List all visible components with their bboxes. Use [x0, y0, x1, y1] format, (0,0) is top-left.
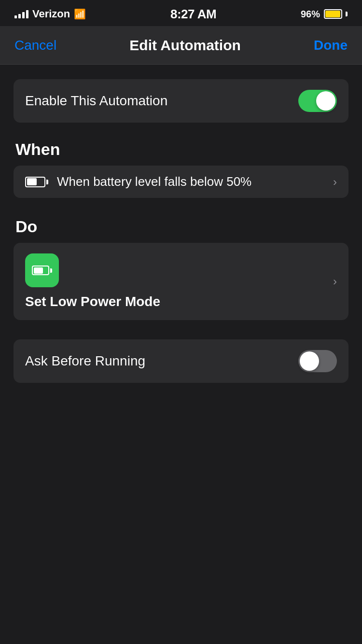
status-left: Verizon 📶 [14, 8, 86, 20]
battery-icon [324, 9, 348, 19]
do-section-header: Do [14, 217, 348, 236]
when-section-header: When [14, 140, 348, 159]
carrier-label: Verizon [32, 8, 70, 20]
main-content: Enable This Automation When When battery… [0, 65, 362, 383]
enable-automation-toggle[interactable] [298, 90, 337, 112]
ask-before-running-label: Ask Before Running [25, 353, 145, 369]
status-bar: Verizon 📶 8:27 AM 96% [0, 0, 362, 26]
signal-bars-icon [14, 10, 28, 18]
signal-bar-4 [26, 10, 28, 18]
battery-white-icon [32, 266, 52, 275]
when-chevron-icon: › [333, 175, 337, 189]
nav-bar: Cancel Edit Automation Done [0, 26, 362, 65]
ask-before-running-row[interactable]: Ask Before Running [14, 339, 348, 383]
page-title: Edit Automation [129, 37, 241, 54]
enable-automation-row[interactable]: Enable This Automation [14, 79, 348, 123]
done-button[interactable]: Done [314, 38, 348, 53]
low-power-mode-icon-wrapper [25, 253, 59, 287]
status-time: 8:27 AM [170, 7, 216, 22]
when-condition-row[interactable]: When battery level falls below 50% › [14, 166, 348, 198]
do-row-content: Set Low Power Mode [25, 253, 337, 309]
status-right: 96% [301, 9, 348, 20]
enable-automation-label: Enable This Automation [25, 93, 167, 109]
signal-bar-1 [14, 15, 17, 18]
toggle-thumb [316, 91, 335, 111]
ask-before-running-toggle[interactable] [298, 350, 337, 372]
signal-bar-2 [18, 14, 21, 18]
when-condition-text: When battery level falls below 50% [57, 174, 333, 189]
do-action-label: Set Low Power Mode [25, 294, 160, 309]
battery-percent: 96% [301, 9, 320, 20]
do-chevron-icon: › [333, 275, 337, 288]
cancel-button[interactable]: Cancel [14, 38, 56, 53]
battery-condition-icon [25, 177, 48, 187]
ask-toggle-thumb [300, 351, 319, 371]
wifi-icon: 📶 [74, 8, 86, 20]
do-action-row[interactable]: Set Low Power Mode › [14, 243, 348, 320]
signal-bar-3 [22, 12, 25, 18]
